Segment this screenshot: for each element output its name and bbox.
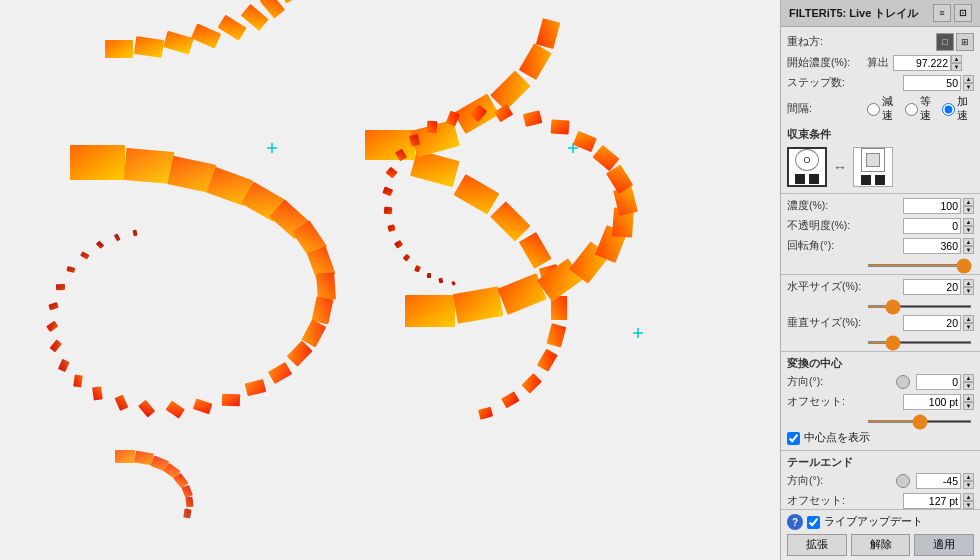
h-size-slider-container	[781, 297, 980, 313]
steps-up[interactable]: ▲	[963, 75, 974, 83]
expand-button[interactable]: 拡張	[787, 534, 847, 556]
rotation-slider[interactable]	[867, 264, 972, 267]
interval-const[interactable]: 等速	[905, 95, 937, 123]
direction2-row: 方向(°): ▲ ▼	[781, 471, 980, 491]
conv-icon-circle[interactable]: O	[787, 147, 827, 187]
divider-4	[781, 450, 980, 451]
opacity-start-up[interactable]: ▲	[951, 55, 962, 63]
transparency-input[interactable]	[903, 218, 961, 234]
panel-icon-1[interactable]: ≡	[933, 4, 951, 22]
direction1-label: 方向(°):	[787, 375, 867, 389]
apply-button[interactable]: 適用	[914, 534, 974, 556]
conv-icon-square[interactable]	[853, 147, 893, 187]
offset1-spinner[interactable]: ▲ ▼	[963, 394, 974, 410]
svg-rect-1	[105, 40, 133, 58]
offset2-row: オフセット: ▲ ▼	[781, 491, 980, 509]
footer-buttons: 拡張 解除 適用	[787, 534, 974, 556]
rotation-input[interactable]	[903, 238, 961, 254]
opacity-label: 濃度(%):	[787, 199, 867, 213]
conv-black-1	[795, 174, 805, 184]
offset2-label: オフセット:	[787, 494, 867, 508]
rotation-spinner[interactable]: ▲ ▼	[963, 238, 974, 254]
offset1-input[interactable]	[903, 394, 961, 410]
offset1-slider[interactable]	[867, 420, 972, 423]
help-icon[interactable]: ?	[787, 514, 803, 530]
direction2-circle	[896, 474, 910, 488]
svg-rect-93	[427, 273, 431, 278]
layer-mode-2[interactable]: ⊞	[956, 33, 974, 51]
panel-icon-2[interactable]: ⊡	[954, 4, 972, 22]
steps-label: ステップ数:	[787, 76, 867, 90]
conv-black-4	[875, 175, 885, 185]
interval-label: 間隔:	[787, 102, 867, 116]
layer-mode-1[interactable]: □	[936, 33, 954, 51]
show-center-checkbox[interactable]	[787, 432, 800, 445]
live-update-row: ? ライブアップデート	[787, 514, 974, 530]
transparency-spinner[interactable]: ▲ ▼	[963, 218, 974, 234]
offset1-right: ▲ ▼	[903, 394, 974, 410]
v-size-spinner[interactable]: ▲ ▼	[963, 315, 974, 331]
conv-black-2	[809, 174, 819, 184]
convergence-section-title: 収束条件	[781, 125, 980, 143]
panel-title: FILTERiT5: Live トレイル	[789, 6, 918, 21]
direction2-spinner[interactable]: ▲ ▼	[963, 473, 974, 489]
direction1-input[interactable]	[916, 374, 961, 390]
transparency-label: 不透明度(%):	[787, 219, 867, 233]
v-size-slider[interactable]	[867, 341, 972, 344]
opacity-start-label: 開始濃度(%):	[787, 56, 867, 70]
divider-1	[781, 193, 980, 194]
h-size-slider[interactable]	[867, 305, 972, 308]
steps-spinner[interactable]: ▲ ▼	[963, 75, 974, 91]
h-size-right: ▲ ▼	[903, 279, 974, 295]
v-size-slider-container	[781, 333, 980, 349]
opacity-start-mode: 算出	[867, 56, 889, 70]
h-size-label: 水平サイズ(%):	[787, 280, 867, 294]
offset2-input[interactable]	[903, 493, 961, 509]
canvas-area[interactable]	[0, 0, 780, 560]
svg-rect-44	[56, 284, 65, 290]
tail-end-title: テールエンド	[781, 453, 980, 471]
opacity-start-row: 開始濃度(%): 算出 ▲ ▼	[781, 53, 980, 73]
interval-radio-group: 減速 等速 加速	[867, 95, 974, 123]
opacity-start-input[interactable]	[893, 55, 951, 71]
panel: FILTERiT5: Live トレイル ≡ ⊡ 重ね方: □ ⊞ 開始濃度(%…	[780, 0, 980, 560]
svg-rect-39	[73, 375, 83, 388]
panel-footer: ? ライブアップデート 拡張 解除 適用	[781, 509, 980, 560]
v-size-right: ▲ ▼	[903, 315, 974, 331]
release-button[interactable]: 解除	[851, 534, 911, 556]
svg-rect-67	[405, 295, 455, 327]
direction2-input[interactable]	[916, 473, 961, 489]
live-update-checkbox[interactable]	[807, 516, 820, 529]
steps-right: ▲ ▼	[903, 75, 974, 91]
layer-icons-right: □ ⊞	[936, 33, 974, 51]
interval-row: 間隔: 減速 等速 加速	[781, 93, 980, 125]
offset2-spinner[interactable]: ▲ ▼	[963, 493, 974, 509]
h-size-input[interactable]	[903, 279, 961, 295]
show-center-label: 中心点を表示	[804, 431, 870, 445]
opacity-input[interactable]	[903, 198, 961, 214]
opacity-start-down[interactable]: ▼	[951, 63, 962, 71]
live-update-label: ライブアップデート	[824, 515, 923, 529]
direction1-spinner[interactable]: ▲ ▼	[963, 374, 974, 390]
direction1-circle	[896, 375, 910, 389]
direction1-right: ▲ ▼	[896, 374, 974, 390]
steps-down[interactable]: ▼	[963, 83, 974, 91]
panel-header-icons: ≡ ⊡	[933, 4, 972, 22]
layer-row: 重ね方: □ ⊞	[781, 31, 980, 53]
transparency-row: 不透明度(%): ▲ ▼	[781, 216, 980, 236]
steps-input[interactable]	[903, 75, 961, 91]
h-size-spinner[interactable]: ▲ ▼	[963, 279, 974, 295]
opacity-spinner[interactable]: ▲ ▼	[963, 198, 974, 214]
offset1-slider-container	[781, 412, 980, 428]
svg-rect-20	[124, 148, 175, 184]
transform-center-title: 変換の中心	[781, 354, 980, 372]
h-size-row: 水平サイズ(%): ▲ ▼	[781, 277, 980, 297]
show-center-row: 中心点を表示	[781, 428, 980, 448]
opacity-start-spinner[interactable]: ▲ ▼	[951, 55, 962, 71]
offset1-row: オフセット: ▲ ▼	[781, 392, 980, 412]
v-size-input[interactable]	[903, 315, 961, 331]
opacity-right: ▲ ▼	[903, 198, 974, 214]
interval-accel[interactable]: 加速	[942, 95, 974, 123]
layer-label: 重ね方:	[787, 35, 867, 49]
interval-decel[interactable]: 減速	[867, 95, 899, 123]
